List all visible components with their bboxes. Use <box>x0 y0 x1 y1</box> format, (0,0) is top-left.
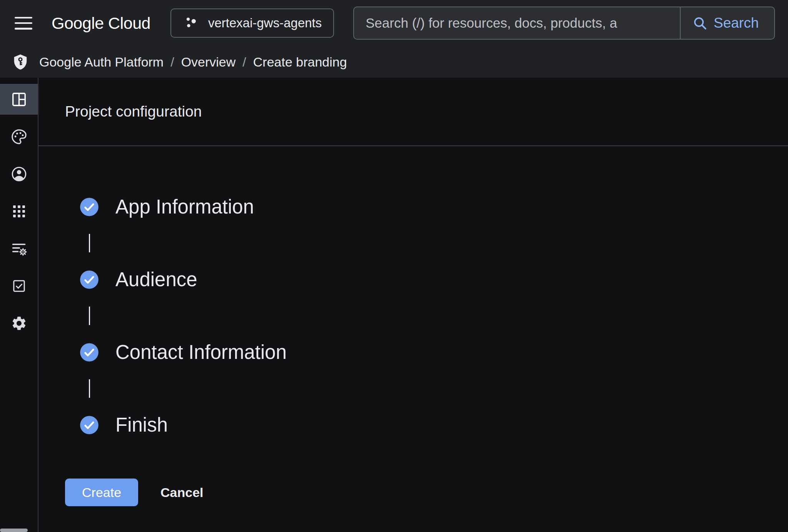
project-selector-button[interactable]: vertexai-gws-agents <box>170 8 334 38</box>
apps-grid-icon <box>11 203 27 220</box>
cancel-button[interactable]: Cancel <box>160 485 204 500</box>
step-completed-check-icon <box>79 342 99 362</box>
form-actions: Create Cancel <box>65 479 788 506</box>
title-divider <box>38 145 788 146</box>
gear-icon <box>11 315 27 332</box>
palette-icon <box>10 128 28 145</box>
person-icon <box>10 165 28 183</box>
dashboard-icon <box>10 91 28 108</box>
breadcrumb-item-create-branding: Create branding <box>253 55 347 70</box>
list-gear-icon <box>10 240 28 257</box>
hamburger-menu-button[interactable] <box>15 17 32 30</box>
main-content: Project configuration App Information <box>38 78 788 532</box>
search-icon <box>692 15 708 31</box>
hamburger-icon <box>15 17 32 19</box>
sidebar-item-branding[interactable] <box>0 121 38 152</box>
project-hexagons-icon <box>183 15 199 31</box>
sidebar-item-clients[interactable] <box>0 196 38 227</box>
step-completed-check-icon <box>79 415 99 435</box>
search-button[interactable]: Search <box>680 7 774 39</box>
scrollbar-thumb[interactable] <box>0 529 28 532</box>
step-label: App Information <box>115 195 254 218</box>
step-connector <box>89 234 90 252</box>
sidebar-item-audience[interactable] <box>0 158 38 189</box>
sidebar-item-settings[interactable] <box>0 308 38 339</box>
step-finish: Finish <box>79 414 788 436</box>
search-bar: Search <box>353 7 775 40</box>
top-app-bar: Google Cloud vertexai-gws-agents Search <box>0 0 788 46</box>
breadcrumb-separator: / <box>242 55 246 70</box>
sidebar-item-overview[interactable] <box>0 84 38 115</box>
auth-platform-shield-key-icon <box>12 53 29 71</box>
sidebar-item-verification-center[interactable] <box>0 270 38 301</box>
sidebar-item-data-access[interactable] <box>0 233 38 264</box>
step-app-information: App Information <box>79 195 788 218</box>
page-body: Project configuration App Information <box>0 78 788 532</box>
google-cloud-logo[interactable]: Google Cloud <box>52 14 150 33</box>
step-label: Audience <box>115 268 197 291</box>
step-label: Contact Information <box>115 341 287 364</box>
checkbox-icon <box>11 278 27 294</box>
step-label: Finish <box>115 414 168 436</box>
search-button-label: Search <box>714 15 759 31</box>
search-input[interactable] <box>354 7 680 39</box>
step-completed-check-icon <box>79 197 99 217</box>
breadcrumb-item-overview[interactable]: Overview <box>181 55 236 70</box>
step-contact-information: Contact Information <box>79 341 788 364</box>
create-button[interactable]: Create <box>65 479 138 506</box>
step-connector <box>89 307 90 325</box>
page-title: Project configuration <box>65 88 788 135</box>
step-completed-check-icon <box>79 270 99 290</box>
breadcrumb-item-auth-platform[interactable]: Google Auth Platform <box>39 55 164 70</box>
breadcrumb-separator: / <box>170 55 174 70</box>
step-connector <box>89 379 90 398</box>
auth-platform-sidebar <box>0 78 38 532</box>
project-configuration-stepper: App Information Audience <box>79 195 788 436</box>
step-audience: Audience <box>79 268 788 291</box>
breadcrumb: Google Auth Platform / Overview / Create… <box>0 46 788 78</box>
project-selector-label: vertexai-gws-agents <box>208 16 322 30</box>
